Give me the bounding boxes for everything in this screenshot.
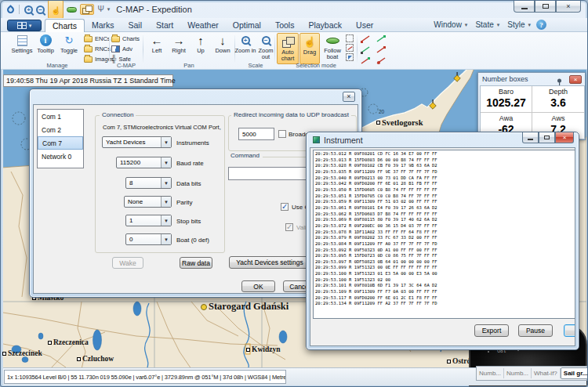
number-boxes-close-icon[interactable]: × [569,75,582,84]
chart-datetime-label: 19:40:58 Thu 19 Apr 2018 Russia TZ 1 Sta… [3,74,173,87]
instrument-body: 20:29:53.012 R 09F80201 CD FC 16 34 E7 0… [310,147,575,346]
tab-charts[interactable]: Charts [45,19,85,32]
ribbon-group-manage: Settings i Tooltip ↻ Toggle ENCs RNCs Im… [7,32,107,70]
map-label-svetlogorsk: Svetlogorsk [376,118,423,127]
tab-numbers-1[interactable]: Numb... [477,368,504,378]
minimize-button[interactable] [514,1,535,13]
select-box-icon[interactable] [346,34,354,42]
tab-playback[interactable]: Playback [301,19,349,32]
ok-button[interactable]: OK [241,280,275,292]
data-line: 20:29:53.062 R 15FD0603 D7 B8 74 FF FF F… [315,212,575,218]
instrument-maximize-button[interactable] [539,132,555,143]
baud-rate-combo[interactable]: 115200▼ [116,157,172,168]
info-icon: i [40,34,52,46]
tab-marks[interactable]: Marks [85,19,122,32]
stop-bits-combo[interactable]: 1▼ [125,215,172,226]
broadcast-checkbox[interactable] [278,130,286,138]
instruments-combo[interactable]: Yacht Devices▼ [102,136,172,148]
drag-button[interactable]: ☝Drag [299,33,320,64]
zoom-in-icon[interactable]: + [24,5,33,14]
tab-user[interactable]: User [349,19,380,32]
port-item-com2[interactable]: Com 2 [38,123,83,136]
map-label-czluchow: Czluchow [77,355,114,363]
tab-start[interactable]: Start [149,19,180,32]
chevron-down-icon: ▼ [161,178,171,188]
clipped-button[interactable] [564,324,575,337]
settings-button[interactable]: Settings [10,34,34,62]
encs-button[interactable]: ENCs [84,35,111,42]
menu-window[interactable]: Window [434,20,462,29]
boat-combo[interactable]: 0▼ [125,233,172,245]
chevron-down-icon: ▼ [161,197,171,207]
port-item-com7[interactable]: Com 7 [38,136,83,150]
cmap-adv-button[interactable]: Adv [111,45,132,52]
validate-checkbox[interactable] [285,223,293,231]
follow-boat-button[interactable]: Follow boat [321,34,343,62]
tab-sail[interactable]: Sail [122,19,150,32]
pan-left-button[interactable]: ←Left [145,34,169,62]
pan-right-button[interactable]: →Right [167,34,191,62]
zoom-out-icon[interactable]: − [36,5,45,14]
toggle-button[interactable]: ↻ Toggle [57,34,81,62]
menu-state[interactable]: State [475,20,493,29]
tab-sail-graph[interactable]: Sail gr... [561,367,588,379]
number-box-baro[interactable]: Baro1025.27 [481,86,532,113]
arrow-down-icon: ↓ [220,34,226,46]
tab-tools[interactable]: Tools [268,19,302,32]
data-bits-combo[interactable]: 8▼ [125,177,172,189]
select-poly-icon[interactable] [346,53,354,61]
tab-numbers-2[interactable]: Numb... [504,368,532,378]
application-window: + − ☝ Ψ ▾ C-MAP - Expedition × ▾ Charts … [0,0,588,387]
yacht-devices-settings-button[interactable]: Yacht Devices settings [229,256,310,269]
auto-chart-icon[interactable] [80,4,94,15]
use-gps-checkbox[interactable] [281,203,289,211]
pan-up-button[interactable]: ↑Up [189,34,212,62]
instrument-data-log[interactable]: 20:29:53.012 R 09F80201 CD FC 16 34 E7 0… [313,150,575,319]
help-icon[interactable]: ? [536,20,546,30]
menu-style[interactable]: Style [507,20,524,29]
folder-icon [84,36,93,42]
ribbon-group-cmap: Charts Adv ╬Safe C-MAP [111,32,141,70]
instrument-close-button[interactable]: × [555,132,574,143]
tab-what-if[interactable]: What-if? [532,368,561,378]
tooltip-button[interactable]: i Tooltip [34,34,57,62]
ribbon-group-selection: Auto chart ☝Drag Follow boat Selection m… [277,32,355,70]
wake-button[interactable]: Wake [112,257,143,269]
parity-combo[interactable]: None▼ [124,196,172,208]
map-label-kwidzyn: Kwidzyn [246,345,280,353]
mark-tools-icons[interactable] [360,34,391,67]
connection-dialog-titlebar[interactable] [30,89,361,104]
follow-boat-icon[interactable] [67,7,77,13]
zoom-in-button[interactable]: +Zoom in [234,34,256,62]
rncs-button[interactable]: RNCs [84,45,111,52]
pause-button[interactable]: Pause [518,324,553,337]
gps-antenna-icon[interactable]: Ψ [97,5,103,13]
dialog-close-icon[interactable]: × [343,92,355,102]
tab-weather[interactable]: Weather [180,19,226,32]
hand-icon: ☝ [303,38,316,46]
select-line-icon[interactable] [346,44,354,52]
application-menu-button[interactable]: ▾ [7,20,42,31]
arrow-left-icon: ← [151,34,163,46]
chart-pane-icon [111,45,120,52]
auto-chart-button[interactable]: Auto chart [277,33,299,64]
drag-mode-icon[interactable]: ☝ [48,0,64,19]
instrument-minimize-button[interactable] [522,132,539,143]
maximize-button[interactable] [535,1,556,13]
cmap-charts-button[interactable]: Charts [111,35,140,42]
tab-optimal[interactable]: Optimal [226,19,268,32]
ribbon: Settings i Tooltip ↻ Toggle ENCs RNCs Im… [1,32,587,70]
export-button[interactable]: Export [474,324,509,337]
udp-port-field[interactable] [238,128,274,140]
port-item-com1[interactable]: Com 1 [38,110,83,123]
pan-down-button[interactable]: ↓Down [211,34,234,62]
raw-data-button[interactable]: Raw data [180,257,212,269]
number-box-depth[interactable]: Depth3.6 [532,86,584,113]
ribbon-group-marks-tools [360,32,391,70]
quick-access-toolbar: + − ☝ Ψ ▾ [1,0,110,19]
expedition-logo-icon [5,5,16,15]
zoom-out-button[interactable]: −Zoom out [255,34,277,62]
qat-dropdown-icon[interactable]: ▾ [107,6,111,13]
close-button[interactable]: × [556,1,581,13]
port-item-network0[interactable]: Network 0 [38,150,83,163]
